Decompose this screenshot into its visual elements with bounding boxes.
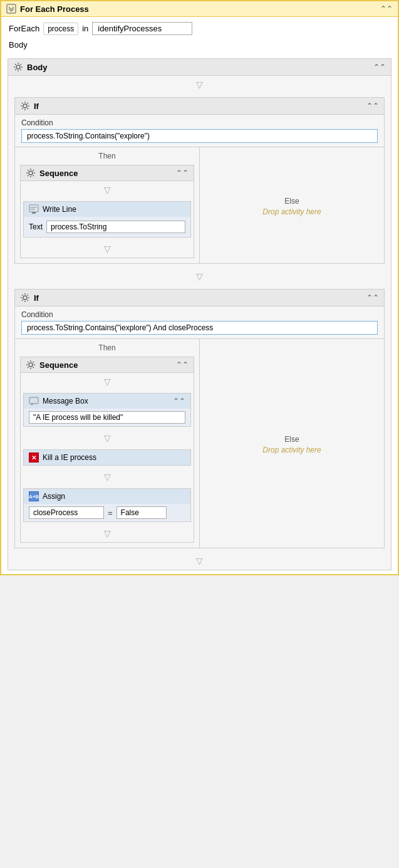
if2-sequence-panel: Sequence ⌃⌃ ▽ — [20, 357, 194, 543]
if2-header: If ⌃⌃ — [15, 290, 384, 306]
drop-arrow-seq2-top: ▽ — [21, 373, 194, 390]
if2-icon — [20, 293, 30, 303]
if2-sequence-collapse-btn[interactable]: ⌃⌃ — [176, 360, 189, 369]
svg-point-1 — [16, 65, 20, 69]
drop-arrow-seq1-top: ▽ — [21, 181, 194, 199]
if2-assign-title: Assign — [43, 492, 65, 501]
if1-writeline-block: Write Line Text — [23, 201, 191, 238]
if1-icon — [20, 101, 30, 111]
if2-else-header-label: Else — [202, 433, 381, 446]
if1-else-header-label: Else — [202, 195, 381, 207]
if2-messagebox-title: Message Box — [43, 397, 88, 405]
if1-drop-activity: Drop activity here — [202, 207, 381, 216]
if1-writeline-text-label: Text — [29, 222, 43, 231]
if1-title-group: If — [20, 101, 39, 111]
if2-assign-body: = — [24, 504, 190, 521]
if2-condition-label: Condition — [21, 310, 378, 319]
if1-sequence-collapse-btn[interactable]: ⌃⌃ — [176, 169, 189, 177]
svg-point-9 — [29, 363, 33, 367]
if1-condition-input[interactable] — [21, 129, 378, 143]
if1-sequence-header: Sequence ⌃⌃ — [21, 165, 194, 181]
if1-condition-label: Condition — [21, 118, 378, 127]
foreach-row: ForEach process in — [1, 17, 398, 38]
if2-title-text: If — [34, 293, 39, 303]
if2-messagebox-input[interactable] — [29, 411, 185, 424]
foreach-icon — [6, 4, 16, 14]
body-section-collapse-btn[interactable]: ⌃⌃ — [373, 63, 386, 71]
if2-messagebox-collapse-btn[interactable]: ⌃⌃ — [173, 397, 185, 405]
if2-title-group: If — [20, 293, 39, 303]
if2-assign-block: A+B Assign = — [23, 488, 191, 522]
if2-assign-header: A+B Assign — [24, 489, 190, 504]
drop-arrow-bottom: ▽ — [8, 552, 391, 570]
if2-sequence-title-group: Sequence — [26, 360, 78, 370]
messagebox-icon — [29, 396, 39, 406]
if1-writeline-text-row: Text — [29, 219, 185, 234]
drop-arrow-seq1-bottom: ▽ — [21, 240, 194, 258]
if2-assign-equals: = — [108, 508, 113, 518]
in-label: in — [82, 24, 88, 33]
if2-messagebox-body — [24, 409, 190, 426]
body-label: Body — [1, 38, 398, 55]
if1-writeline-text-input[interactable] — [46, 221, 185, 233]
body-gear-icon — [13, 62, 23, 72]
body-section-title-text: Body — [27, 63, 48, 72]
if2-condition-input[interactable] — [21, 321, 378, 335]
drop-arrow-1: ▽ — [8, 76, 391, 93]
if1-then-col: Then Sequence ⌃⌃ — [15, 147, 200, 263]
outer-panel-title-text: For Each Process — [20, 4, 89, 14]
foreach-label: ForEach — [9, 24, 39, 33]
svg-point-8 — [23, 296, 27, 300]
if1-writeline-header: Write Line — [24, 202, 190, 217]
outer-collapse-btn[interactable]: ⌃⌃ — [380, 4, 393, 13]
body-section-header: Body ⌃⌃ — [8, 59, 391, 76]
if1-then-label: Then — [18, 150, 197, 162]
drop-arrow-seq2-mid2: ▽ — [21, 468, 194, 486]
if1-sequence-panel: Sequence ⌃⌃ ▽ — [20, 165, 194, 258]
svg-point-3 — [29, 171, 33, 175]
if2-sequence-title-text: Sequence — [39, 360, 78, 370]
svg-rect-7 — [32, 212, 36, 214]
if1-writeline-title: Write Line — [43, 205, 76, 214]
drop-arrow-seq2-bottom: ▽ — [21, 525, 194, 542]
foreach-var-tag: process — [43, 23, 78, 35]
if1-panel: If ⌃⌃ Condition Then — [14, 97, 385, 264]
if2-assign-right-input[interactable] — [117, 506, 167, 519]
if2-kill-header: ✕ Kill a IE process — [24, 450, 190, 465]
if2-panel: If ⌃⌃ Condition Then — [14, 289, 385, 548]
foreach-collection-input[interactable] — [92, 22, 192, 35]
if1-header: If ⌃⌃ — [15, 98, 384, 115]
if1-title-text: If — [34, 102, 39, 111]
if2-condition-row: Condition — [15, 306, 384, 338]
if1-sequence-title-text: Sequence — [39, 169, 78, 178]
if2-else-col: Else Drop activity here — [200, 339, 384, 548]
if2-sequence-header: Sequence ⌃⌃ — [21, 357, 194, 373]
outer-panel-title: For Each Process — [6, 4, 89, 14]
if1-then-else-row: Then Sequence ⌃⌃ — [15, 147, 384, 263]
if2-collapse-btn[interactable]: ⌃⌃ — [366, 293, 379, 302]
body-section-panel: Body ⌃⌃ ▽ If ⌃⌃ Condition — [8, 58, 391, 570]
if1-writeline-body: Text — [24, 217, 190, 237]
if1-else-col: Else Drop activity here — [200, 147, 384, 263]
if2-then-label: Then — [18, 342, 197, 354]
if2-then-else-row: Then Sequence ⌃⌃ — [15, 338, 384, 548]
outer-panel-header: For Each Process ⌃⌃ — [1, 1, 398, 17]
assign-icon: A+B — [29, 491, 39, 501]
svg-rect-4 — [29, 205, 38, 212]
writeline-icon — [29, 204, 39, 214]
for-each-process-panel: For Each Process ⌃⌃ ForEach process in B… — [0, 0, 399, 575]
body-section-title: Body — [13, 62, 48, 72]
if1-collapse-btn[interactable]: ⌃⌃ — [366, 102, 379, 110]
if2-messagebox-block: Message Box ⌃⌃ — [23, 393, 191, 427]
svg-point-2 — [23, 104, 27, 108]
if2-kill-title: Kill a IE process — [43, 453, 96, 462]
if2-assign-left-input[interactable] — [29, 506, 104, 519]
drop-arrow-seq2-mid1: ▽ — [21, 429, 194, 447]
if2-drop-activity: Drop activity here — [202, 446, 381, 454]
if2-messagebox-header: Message Box ⌃⌃ — [24, 394, 190, 409]
if1-condition-row: Condition — [15, 115, 384, 147]
drop-arrow-between-ifs: ▽ — [8, 268, 391, 285]
kill-error-icon: ✕ — [29, 452, 39, 463]
if1-seq-icon — [26, 168, 36, 178]
if2-kill-block: ✕ Kill a IE process — [23, 449, 191, 466]
